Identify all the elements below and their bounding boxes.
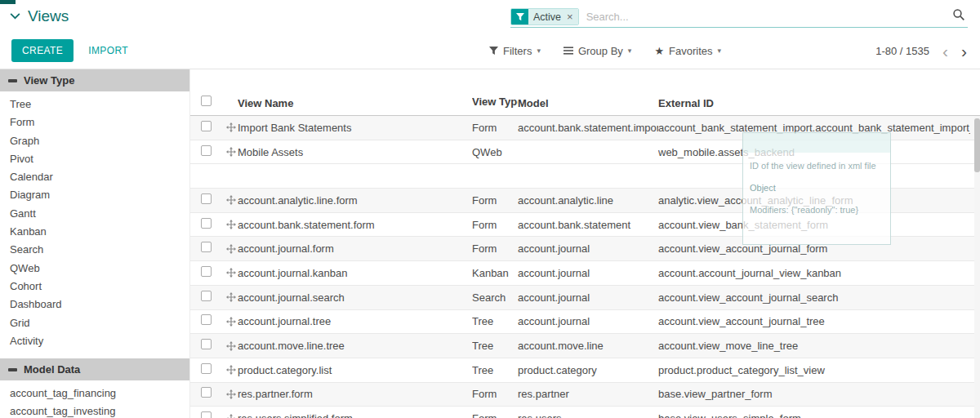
sidebar-item-calendar[interactable]: Calendar (0, 168, 189, 186)
cell-external-id: account.view_account_journal_tree (658, 315, 970, 327)
column-header-model[interactable]: Model (518, 97, 658, 109)
search-panel: View Type Tree Form Graph Pivot Calendar… (0, 69, 189, 418)
sidebar-item-dashboard[interactable]: Dashboard (0, 296, 189, 314)
control-panel-buttons: CREATE IMPORT (11, 39, 489, 62)
table-row[interactable]: account.move.line.tree Tree account.move… (190, 334, 980, 358)
cell-model: account.journal (518, 291, 658, 304)
pager-previous-button[interactable]: ‹ (942, 42, 948, 60)
drag-handle-icon[interactable] (226, 195, 238, 205)
table-row[interactable]: Mobile Assets QWeb web_mobile.assets_bac… (190, 140, 980, 165)
select-all-checkbox[interactable] (201, 96, 212, 106)
cell-view-type: Tree (472, 315, 518, 327)
column-header-view-type[interactable]: View Type (472, 95, 518, 109)
row-checkbox[interactable] (201, 121, 212, 131)
drag-handle-icon[interactable] (226, 317, 238, 327)
groupby-dropdown[interactable]: Group By ▾ (564, 45, 631, 57)
cell-view-type: QWeb (472, 146, 518, 158)
cell-model: account.analytic.line (518, 194, 658, 207)
caret-down-icon: ▾ (718, 47, 722, 55)
import-button[interactable]: IMPORT (88, 45, 128, 56)
row-checkbox[interactable] (201, 387, 212, 398)
pager-next-button[interactable]: › (961, 42, 967, 60)
table-row[interactable]: account.bank.statement.form Form account… (190, 213, 980, 238)
table-row[interactable]: account.analytic.line.form Form account.… (190, 189, 980, 213)
search-facet-active[interactable]: Active × (510, 8, 579, 25)
cell-external-id: account.account_journal_view_kanban (658, 267, 970, 279)
sidebar-item-activity[interactable]: Activity (0, 332, 189, 350)
cell-model: account.journal (518, 315, 658, 327)
table-row[interactable]: account.journal.search Search account.jo… (190, 286, 980, 310)
cell-view-name: account.bank.statement.form (238, 219, 472, 231)
sidebar-item-form[interactable]: Form (0, 113, 189, 131)
row-checkbox[interactable] (201, 242, 212, 252)
sidebar-item-grid[interactable]: Grid (0, 314, 189, 332)
chevron-down-icon[interactable] (10, 13, 20, 20)
row-checkbox[interactable] (201, 291, 212, 301)
sidebar-item-qweb[interactable]: QWeb (0, 260, 189, 278)
table-row[interactable]: account.journal.form Form account.journa… (190, 237, 980, 261)
favorites-dropdown[interactable]: ★ Favorites ▾ (654, 45, 721, 57)
breadcrumb[interactable]: Views (10, 7, 69, 25)
sidebar-item-cohort[interactable]: Cohort (0, 278, 189, 296)
sidebar-item-search[interactable]: Search (0, 241, 189, 259)
filter-icon (489, 47, 498, 56)
column-header-external-id[interactable]: External ID (658, 97, 970, 109)
filter-icon (511, 9, 528, 24)
cell-external-id: base.view_users_simple_form (658, 412, 970, 418)
sidebar-item-kanban[interactable]: Kanban (0, 223, 189, 241)
cell-view-name: product.category.list (238, 364, 472, 376)
cell-model: account.move.line (518, 340, 658, 352)
cell-view-name: account.journal.search (238, 291, 472, 304)
vertical-scrollbar[interactable] (974, 116, 980, 418)
drag-handle-icon[interactable] (226, 147, 238, 157)
table-row[interactable]: Import Bank Statements Form account.bank… (190, 116, 980, 140)
cell-model: account.bank.statement.import (518, 122, 658, 134)
row-checkbox-cell (200, 193, 226, 207)
sidebar-item-tree[interactable]: Tree (0, 96, 189, 113)
sidebar-item-diagram[interactable]: Diagram (0, 186, 189, 204)
search-options: Filters ▾ Group By ▾ ★ Favorites ▾ (489, 45, 721, 57)
drag-handle-icon[interactable] (226, 268, 238, 278)
table-row[interactable]: product.category.list Tree product.categ… (190, 358, 980, 383)
drag-handle-icon[interactable] (226, 365, 238, 375)
sidebar-item-graph[interactable]: Graph (0, 132, 189, 150)
table-row[interactable]: res.partner.form Form res.partner base.v… (190, 383, 980, 407)
create-button[interactable]: CREATE (11, 39, 74, 62)
row-checkbox[interactable] (201, 363, 212, 374)
drag-handle-icon[interactable] (226, 414, 238, 418)
table-header: View Name View Type Model External ID (190, 69, 980, 116)
filters-dropdown[interactable]: Filters ▾ (489, 45, 541, 57)
cell-view-type: Kanban (472, 267, 518, 279)
drag-handle-icon[interactable] (226, 341, 238, 351)
row-checkbox[interactable] (201, 266, 212, 277)
row-checkbox[interactable] (201, 145, 212, 156)
sidebar-item-account-tag-investing[interactable]: account_tag_investing (0, 402, 189, 418)
row-checkbox[interactable] (201, 314, 212, 325)
row-checkbox[interactable] (201, 411, 212, 418)
cell-view-name: account.analytic.line.form (238, 194, 472, 207)
drag-handle-icon[interactable] (226, 292, 238, 302)
drag-handle-icon[interactable] (226, 389, 238, 399)
drag-handle-icon[interactable] (226, 122, 238, 132)
search-input[interactable] (585, 10, 952, 24)
row-checkbox[interactable] (201, 193, 212, 204)
sidebar-item-account-tag-financing[interactable]: account_tag_financing (0, 385, 189, 402)
column-header-view-name[interactable]: View Name (238, 97, 472, 109)
table-row[interactable]: account.journal.tree Tree account.journa… (190, 310, 980, 335)
sidebar-item-gantt[interactable]: Gantt (0, 205, 189, 223)
cell-view-type: Form (472, 388, 518, 400)
facet-remove-icon[interactable]: × (566, 9, 578, 24)
facet-label: Active (528, 9, 566, 24)
cell-external-id: web_mobile.assets_backend (658, 146, 970, 158)
row-checkbox[interactable] (201, 339, 212, 349)
table-row[interactable]: account.journal.kanban Kanban account.jo… (190, 261, 980, 286)
row-checkbox[interactable] (201, 218, 212, 229)
scrollbar-thumb[interactable] (974, 118, 980, 172)
table-row[interactable]: res.users.simplified.form Form res.users… (190, 407, 980, 418)
search-icon[interactable] (952, 8, 965, 24)
sidebar-item-pivot[interactable]: Pivot (0, 150, 189, 168)
drag-handle-icon[interactable] (226, 220, 238, 229)
drag-handle-icon[interactable] (226, 244, 238, 254)
cell-view-type: Tree (472, 340, 518, 352)
search-bar: Active × (510, 7, 968, 28)
